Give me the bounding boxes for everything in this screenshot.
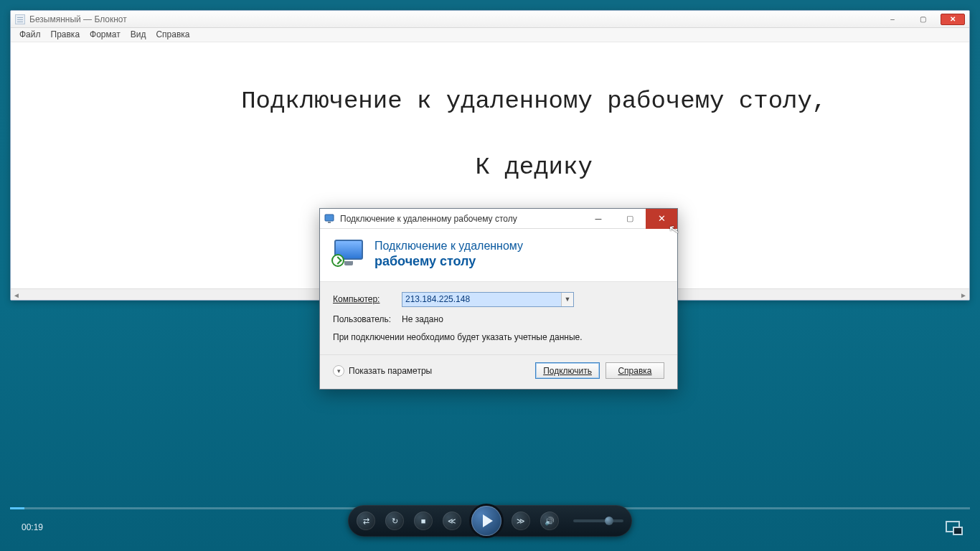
notepad-title: Безымянный — Блокнот <box>29 14 127 24</box>
connect-button[interactable]: Подключить <box>535 362 600 379</box>
show-options-toggle[interactable]: ▾ Показать параметры <box>333 365 432 377</box>
shuffle-button[interactable]: ⇄ <box>357 512 375 530</box>
play-button[interactable] <box>471 506 501 536</box>
help-button[interactable]: Справка <box>606 362 664 379</box>
svg-rect-0 <box>325 215 334 221</box>
rdp-titlebar[interactable]: Подключение к удаленному рабочему столу <box>320 209 677 229</box>
rdp-minimize-button[interactable] <box>583 209 614 229</box>
next-button[interactable]: ≫ <box>512 512 530 530</box>
stop-button[interactable]: ■ <box>414 512 433 530</box>
notepad-titlebar[interactable]: Безымянный — Блокнот <box>11 11 969 28</box>
volume-slider[interactable] <box>573 519 623 522</box>
scroll-left-icon[interactable]: ◄ <box>11 289 22 301</box>
menu-help[interactable]: Справка <box>151 28 194 42</box>
menu-format[interactable]: Формат <box>85 28 125 42</box>
rdp-close-button[interactable] <box>646 209 677 229</box>
repeat-button[interactable]: ↻ <box>385 512 404 530</box>
minimize-button[interactable] <box>880 14 905 25</box>
close-button[interactable] <box>941 14 965 25</box>
user-value: Не задано <box>402 314 443 324</box>
scroll-right-icon[interactable]: ► <box>958 289 969 301</box>
computer-label: Компьютер: <box>333 294 395 304</box>
notepad-icon <box>15 14 25 24</box>
volume-thumb[interactable] <box>605 517 613 525</box>
computer-combobox[interactable]: ▼ <box>402 292 574 307</box>
rdp-header-line1: Подключение к удаленному <box>374 239 523 253</box>
fullscreen-button[interactable] <box>946 521 960 532</box>
text-line-2: К дедику <box>476 154 593 181</box>
rdp-maximize-button[interactable] <box>614 209 646 229</box>
menu-file[interactable]: Файл <box>15 28 45 42</box>
prev-button[interactable]: ≪ <box>443 512 461 530</box>
rdp-header: Подключение к удаленному рабочему столу <box>320 229 677 282</box>
rdp-dialog: Подключение к удаленному рабочему столу … <box>319 208 678 390</box>
chevron-down-circle-icon: ▾ <box>333 365 344 377</box>
computer-input[interactable] <box>402 293 561 306</box>
user-label: Пользователь: <box>333 314 395 324</box>
media-player-bar: 00:19 ⇄ ↻ ■ ≪ ≫ 🔊 <box>0 505 980 545</box>
rdp-header-line2: рабочему столу <box>374 253 523 270</box>
playback-time: 00:19 <box>22 522 43 532</box>
menu-view[interactable]: Вид <box>126 28 151 42</box>
show-options-label: Показать параметры <box>349 366 432 376</box>
rdp-logo-icon <box>333 240 364 268</box>
credentials-note: При подключении необходимо будет указать… <box>333 331 664 344</box>
svg-rect-1 <box>328 222 331 223</box>
text-line-1: Подключение к удаленному рабочему столу, <box>241 88 826 115</box>
chevron-down-icon[interactable]: ▼ <box>561 293 573 306</box>
maximize-button[interactable] <box>910 14 935 25</box>
rdp-title-icon <box>324 213 336 225</box>
notepad-menubar: Файл Правка Формат Вид Справка <box>11 28 969 42</box>
mute-button[interactable]: 🔊 <box>540 512 559 530</box>
rdp-title: Подключение к удаленному рабочему столу <box>340 214 517 224</box>
menu-edit[interactable]: Правка <box>47 28 85 42</box>
